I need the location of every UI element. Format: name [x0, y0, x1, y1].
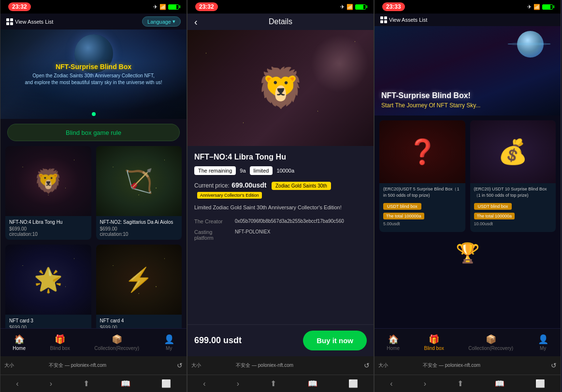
nav-share-2[interactable]: ⬆	[266, 377, 280, 390]
hero-subtitle-1: Open the Zodiac Saints 30th Anniversary …	[25, 73, 162, 86]
top-nav-1: View Assets List Language ▾	[0, 14, 187, 29]
status-bar-1: 23:32 ✈ 📶	[0, 0, 187, 14]
battery-icon-2	[355, 4, 366, 10]
nft-card-name-3: NFT card 3	[9, 318, 87, 324]
nav-forward-2[interactable]: ›	[233, 377, 243, 390]
blind-box-card-2[interactable]: 💰 (ERC20) USDT 10 Surprise Blind Box（1 i…	[470, 120, 556, 232]
nav-tabs-1[interactable]: ⬜	[158, 377, 175, 390]
detail-description: Limited Zodiac Gold Saint 30th Anniversa…	[194, 203, 367, 212]
nav-tabs-2[interactable]: ⬜	[345, 377, 362, 390]
language-btn-1[interactable]: Language ▾	[142, 16, 181, 27]
tab-collection-label-1: Collection(Recovery)	[94, 346, 139, 351]
buy-button[interactable]: Buy it now	[303, 331, 367, 350]
tab-my-1[interactable]: 👤 My	[160, 332, 178, 353]
creator-label: The Creator	[194, 218, 233, 224]
details-content[interactable]: 🦁 NFT–NO:4 Libra Tong Hu The remaining 9…	[187, 30, 374, 324]
banner2-subtitle: Start The Journey Of NFT Starry Sky...	[381, 102, 480, 109]
nav-book-1[interactable]: 📖	[117, 377, 134, 390]
limited-tag: limited	[250, 166, 273, 175]
status-icons-2: ✈ 📶	[340, 4, 366, 10]
tab-blindbox-1[interactable]: 🎁 Blind box	[46, 332, 74, 353]
blind-box-tag-1: USDT blind box	[383, 203, 421, 210]
nft-card-price-3: $699.00 circulation:10	[9, 325, 87, 328]
blind-box-card-1[interactable]: ❓ (ERC20)USDT 5 Surprise Blind Box（1 in …	[379, 120, 465, 232]
nav-tabs-3[interactable]: ⬜	[532, 377, 549, 390]
nft-card-info-3: NFT card 3 $699.00 circulation:10	[5, 315, 91, 328]
nft-card-4[interactable]: ⚡ NFT card 4 $699.00 circulation:10	[96, 245, 182, 328]
tab-blindbox-3[interactable]: 🎁 Blind box	[420, 332, 448, 353]
game-rule-btn[interactable]: Blind box game rule	[7, 124, 180, 141]
creator-row: The Creator 0x05b7096f0b8b567d3a2b255b3e…	[194, 218, 367, 224]
nft-card-1[interactable]: 🦁 NFT-NO:4 Libra Tong Hu $699.00 circula…	[5, 146, 91, 240]
nft-card-info-1: NFT-NO:4 Libra Tong Hu $699.00 circulati…	[5, 216, 91, 240]
view-assets-btn-1[interactable]: View Assets List	[6, 18, 53, 25]
nft-card-2[interactable]: 🏹 NFT-NO2: Sagittarius Da Ai Aiolos $699…	[96, 146, 182, 240]
chevron-down-icon: ▾	[173, 18, 175, 25]
saturn-ring	[507, 43, 551, 45]
tab-collection-3[interactable]: 📦 Collection(Recovery)	[464, 332, 517, 353]
phone1-content[interactable]: View Assets List Language ▾ NFT-Surprise…	[0, 14, 187, 328]
nav-forward-1[interactable]: ›	[46, 377, 56, 390]
nft-img-bg-4: ⚡	[96, 245, 182, 315]
limited-value: 10000a	[276, 168, 294, 174]
nft-card-img-3: 🌟	[5, 245, 91, 315]
tab-home-1[interactable]: 🏠 Home	[9, 332, 29, 353]
plane-icon: ✈	[153, 4, 158, 10]
nft-figure-3: 🌟	[34, 266, 63, 293]
battery-icon-1	[168, 4, 179, 10]
nav-back-1[interactable]: ‹	[12, 377, 22, 390]
collection-icon-3: 📦	[486, 334, 496, 345]
tab-collection-label-3: Collection(Recovery)	[468, 346, 513, 351]
nft-grid-1: 🦁 NFT-NO:4 Libra Tong Hu $699.00 circula…	[0, 146, 187, 328]
nav-back-3[interactable]: ‹	[386, 377, 396, 390]
phone-3: 23:33 ✈ 📶 View Assets List NFT-Surprise …	[374, 0, 561, 392]
nav-forward-3[interactable]: ›	[420, 377, 430, 390]
browser-bar-1: 大小 不安全 — poloniex-nft.com ↺	[0, 356, 187, 375]
nav-book-2[interactable]: 📖	[304, 377, 321, 390]
tab-collection-1[interactable]: 📦 Collection(Recovery)	[90, 332, 143, 353]
nft-card-info-2: NFT-NO2: Sagittarius Da Ai Aiolos $699.0…	[96, 216, 182, 240]
home-icon-3: 🏠	[388, 334, 399, 345]
tab-home-3[interactable]: 🏠 Home	[383, 332, 403, 353]
detail-footer: 699.00 usdt Buy it now	[187, 324, 374, 356]
nft-figure-2: 🏹	[124, 168, 153, 195]
tab-my-label-1: My	[166, 346, 172, 351]
bb-emoji-1: ❓	[407, 138, 437, 166]
view-assets-label-3: View Assets List	[389, 17, 427, 23]
reload-icon-1[interactable]: ↺	[177, 362, 183, 369]
grid-icon-1	[6, 18, 13, 25]
view-assets-btn-3[interactable]: View Assets List	[380, 16, 427, 23]
browser-nav-3: ‹ › ⬆ 📖 ⬜	[375, 375, 561, 392]
nft-img-bg-2: 🏹	[96, 146, 182, 216]
nav-book-3[interactable]: 📖	[491, 377, 508, 390]
blindbox-icon-3: 🎁	[429, 334, 439, 345]
back-arrow-btn[interactable]: ‹	[194, 16, 198, 28]
nav-back-2[interactable]: ‹	[199, 377, 209, 390]
tooltip-sub: Anniversary Collector's Edition	[197, 192, 262, 199]
reload-icon-3[interactable]: ↺	[551, 362, 557, 369]
nft-card-name-4: NFT card 4	[100, 318, 178, 324]
blindbox-icon-1: 🎁	[55, 334, 65, 345]
blind-box-price-2: 10.00usdt	[474, 221, 552, 226]
nav-share-3[interactable]: ⬆	[453, 377, 467, 390]
remaining-tag: The remaining	[194, 166, 236, 175]
nft-card-3[interactable]: 🌟 NFT card 3 $699.00 circulation:10	[5, 245, 91, 328]
price-value: 699.00usdt	[231, 181, 266, 189]
casting-label: Casting platform	[194, 229, 233, 241]
wifi-icon-2: 📶	[346, 4, 353, 10]
nft-figure-4: ⚡	[124, 266, 153, 293]
phone3-content[interactable]: View Assets List NFT-Surprise Blind Box!…	[375, 14, 561, 328]
nav-share-1[interactable]: ⬆	[79, 377, 93, 390]
reload-icon-2[interactable]: ↺	[364, 362, 370, 369]
banner-dot	[92, 112, 96, 116]
browser-bar-3: 大小 不安全 — poloniex-nft.com ↺	[375, 356, 561, 375]
time-display-3: 23:33	[382, 2, 405, 11]
my-icon-1: 👤	[164, 334, 174, 345]
hero-banner-1: NFT-Surprise Blind Box Open the Zodiac S…	[0, 29, 187, 119]
nft-img-bg-1: 🦁	[5, 146, 91, 216]
game-rule-text: Blind box game rule	[66, 129, 121, 136]
detail-price-row: Current price: 699.00usdt Zodiac Gold Sa…	[194, 181, 367, 199]
blind-box-img-2: 💰	[470, 120, 556, 183]
bb-emoji-2: 💰	[498, 138, 528, 166]
tab-my-3[interactable]: 👤 My	[534, 332, 552, 353]
